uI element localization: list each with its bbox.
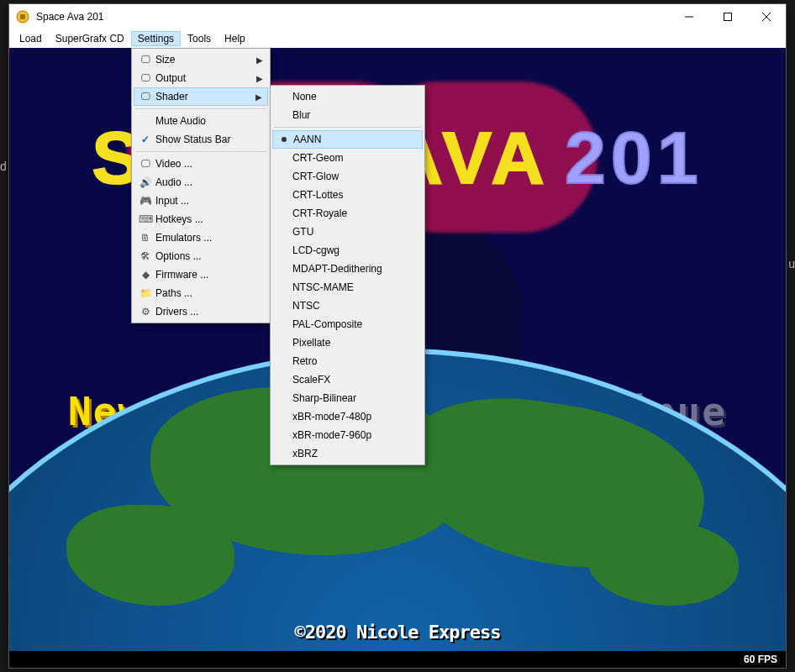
emulator-window: Space Ava 201 Load SuperGrafx CD Setting…: [8, 3, 787, 669]
shader-option-crt-lottes[interactable]: CRT-Lottes: [272, 186, 423, 204]
shader-option-ntsc[interactable]: NTSC: [272, 297, 423, 315]
settings-mute-audio[interactable]: Mute Audio: [134, 112, 268, 130]
settings-video[interactable]: 🖵 Video ...: [134, 155, 268, 173]
document-icon: 🗎: [135, 232, 155, 244]
settings-shader[interactable]: 🖵 Shader ▶: [134, 87, 268, 106]
shader-option-retro[interactable]: Retro: [272, 352, 423, 370]
menu-load[interactable]: Load: [13, 31, 49, 46]
chevron-right-icon: ▶: [256, 74, 263, 83]
menu-separator: [274, 127, 421, 128]
shader-option-mdapt-dedithering[interactable]: MDAPT-Dedithering: [272, 260, 423, 278]
menu-tools[interactable]: Tools: [181, 31, 218, 46]
settings-hotkeys[interactable]: ⌨ Hotkeys ...: [134, 210, 268, 228]
settings-dropdown: 🖵 Size ▶ 🖵 Output ▶ 🖵 Shader ▶ Mute Audi…: [131, 48, 271, 323]
fps-counter: 60 FPS: [744, 654, 777, 665]
keyboard-icon: ⌨: [135, 213, 155, 225]
shader-option-xbr-mode7-960p[interactable]: xBR-mode7-960p: [272, 426, 423, 444]
settings-drivers[interactable]: ⚙ Drivers ...: [134, 302, 268, 321]
shader-option-ntsc-mame[interactable]: NTSC-MAME: [272, 278, 423, 297]
monitor-icon: 🖵: [135, 91, 155, 102]
maximize-button[interactable]: [708, 4, 747, 29]
chip-icon: ◆: [135, 269, 155, 281]
shader-option-gtu[interactable]: GTU: [272, 223, 423, 241]
shader-option-blur[interactable]: Blur: [272, 106, 423, 124]
window-controls: [670, 4, 786, 29]
settings-paths[interactable]: 📁 Paths ...: [134, 284, 268, 302]
gear-icon: ⚙: [135, 306, 155, 318]
monitor-icon: 🖵: [135, 54, 155, 66]
menu-help[interactable]: Help: [218, 31, 252, 46]
check-icon: ✓: [135, 134, 155, 145]
window-title: Space Ava 201: [36, 11, 670, 23]
status-bar: 60 FPS: [9, 651, 786, 668]
menu-separator: [135, 108, 266, 109]
monitor-icon: 🖵: [135, 72, 155, 84]
close-button[interactable]: [747, 4, 786, 29]
shader-option-lcd-cgwg[interactable]: LCD-cgwg: [272, 241, 423, 260]
monitor-icon: 🖵: [135, 158, 155, 170]
settings-firmware[interactable]: ◆ Firmware ...: [134, 265, 268, 284]
shader-option-scalefx[interactable]: ScaleFX: [272, 370, 423, 389]
copyright-text: ©2020 Nicole Express: [295, 622, 501, 643]
background-text-fragment: u: [788, 257, 795, 270]
app-icon: [16, 10, 29, 24]
settings-emulators[interactable]: 🗎 Emulators ...: [134, 228, 268, 247]
radio-selected-icon: [275, 137, 293, 142]
shader-option-none[interactable]: None: [272, 87, 423, 106]
settings-size[interactable]: 🖵 Size ▶: [134, 50, 268, 69]
shader-option-xbr-mode7-480p[interactable]: xBR-mode7-480p: [272, 407, 423, 426]
menubar: Load SuperGrafx CD Settings Tools Help: [9, 29, 786, 48]
shader-option-crt-geom[interactable]: CRT-Geom: [272, 149, 423, 167]
shader-submenu: None Blur AANN CRT-Geom CRT-Glow CRT-Lot…: [270, 85, 425, 465]
shader-option-pal-composite[interactable]: PAL-Composite: [272, 315, 423, 333]
folder-icon: 📁: [135, 287, 155, 299]
svg-rect-3: [724, 13, 732, 21]
chevron-right-icon: ▶: [255, 92, 262, 102]
shader-option-crt-glow[interactable]: CRT-Glow: [272, 167, 423, 186]
tools-icon: 🛠: [135, 250, 155, 262]
settings-output[interactable]: 🖵 Output ▶: [134, 69, 268, 87]
chevron-right-icon: ▶: [256, 55, 263, 65]
shader-option-crt-royale[interactable]: CRT-Royale: [272, 204, 423, 223]
svg-rect-1: [20, 14, 25, 19]
settings-show-status-bar[interactable]: ✓ Show Status Bar: [134, 130, 268, 149]
shader-option-sharp-bilinear[interactable]: Sharp-Bilinear: [272, 389, 423, 407]
shader-option-aann[interactable]: AANN: [272, 130, 423, 149]
menu-settings[interactable]: Settings: [131, 31, 181, 46]
shader-option-xbrz[interactable]: xBRZ: [272, 444, 423, 463]
titlebar[interactable]: Space Ava 201: [9, 4, 786, 29]
settings-audio[interactable]: 🔊 Audio ...: [134, 173, 268, 192]
settings-input[interactable]: 🎮 Input ...: [134, 192, 268, 210]
background-text-fragment: d: [0, 160, 7, 173]
speaker-icon: 🔊: [135, 176, 155, 188]
gamepad-icon: 🎮: [135, 195, 155, 207]
menu-separator: [135, 151, 266, 152]
shader-option-pixellate[interactable]: Pixellate: [272, 333, 423, 352]
settings-options[interactable]: 🛠 Options ...: [134, 247, 268, 265]
menu-supergrafx-cd[interactable]: SuperGrafx CD: [49, 31, 131, 46]
minimize-button[interactable]: [670, 4, 708, 29]
